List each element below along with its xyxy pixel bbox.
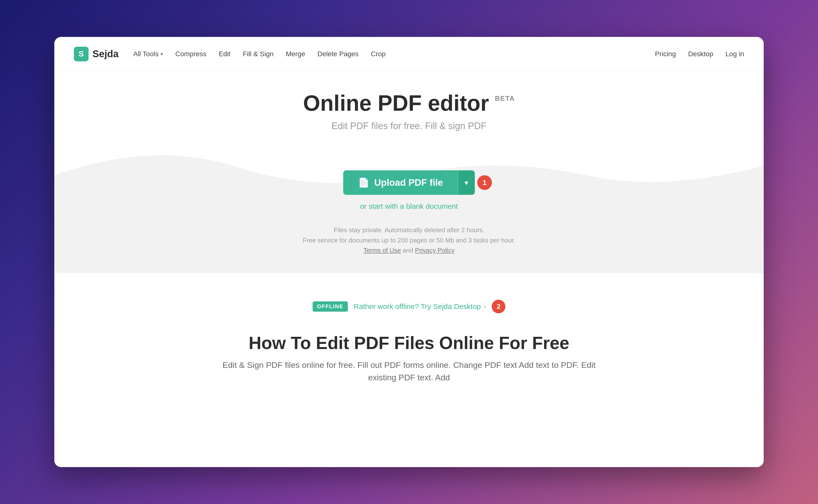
how-to-section: How To Edit PDF Files Online For Free Ed…	[54, 323, 764, 398]
chevron-down-icon: ▾	[160, 51, 163, 57]
blank-document-link[interactable]: or start with a blank document	[360, 202, 458, 210]
upload-section: 📄 Upload PDF file ▾ 1 or start with a bl…	[54, 146, 764, 285]
step-2-badge: 2	[492, 300, 505, 313]
nav-delete-pages[interactable]: Delete Pages	[318, 50, 359, 58]
nav-crop[interactable]: Crop	[371, 50, 386, 58]
privacy-policy-link[interactable]: Privacy Policy	[415, 247, 455, 254]
navbar: S Sejda All Tools ▾ Compress Edit Fill &…	[54, 37, 764, 71]
offline-section: OFFLINE Rather work offline? Try Sejda D…	[54, 285, 764, 323]
browser-window: S Sejda All Tools ▾ Compress Edit Fill &…	[54, 37, 764, 467]
beta-badge: BETA	[495, 95, 515, 102]
privacy-text: Files stay private. Automatically delete…	[303, 225, 515, 256]
nav-links: All Tools ▾ Compress Edit Fill & Sign Me…	[133, 50, 655, 58]
logo-area[interactable]: S Sejda	[74, 47, 119, 61]
sejda-desktop-link[interactable]: Rather work offline? Try Sejda Desktop ›	[354, 302, 486, 311]
nav-all-tools[interactable]: All Tools ▾	[133, 50, 163, 58]
main-content: Online PDF editor BETA Edit PDF files fo…	[54, 71, 764, 467]
how-to-title: How To Edit PDF Files Online For Free	[249, 333, 569, 353]
hero-title: Online PDF editor BETA	[303, 91, 515, 116]
nav-desktop[interactable]: Desktop	[688, 50, 713, 58]
logo-icon: S	[74, 47, 88, 61]
nav-merge[interactable]: Merge	[286, 50, 305, 58]
nav-fill-sign[interactable]: Fill & Sign	[243, 50, 274, 58]
logo-text: Sejda	[92, 48, 119, 59]
nav-edit[interactable]: Edit	[219, 50, 231, 58]
how-to-subtitle: Edit & Sign PDF files online for free. F…	[213, 359, 605, 384]
hero-section: Online PDF editor BETA Edit PDF files fo…	[54, 71, 764, 131]
step-1-badge: 1	[477, 175, 492, 190]
upload-pdf-button[interactable]: 📄 Upload PDF file	[343, 170, 458, 195]
nav-login[interactable]: Log in	[726, 50, 744, 58]
nav-pricing[interactable]: Pricing	[655, 50, 676, 58]
nav-compress[interactable]: Compress	[175, 50, 207, 58]
upload-content: 📄 Upload PDF file ▾ 1 or start with a bl…	[303, 146, 515, 256]
chevron-down-icon: ▾	[464, 178, 468, 187]
pdf-file-icon: 📄	[358, 177, 369, 188]
chevron-right-icon: ›	[484, 303, 486, 310]
upload-dropdown-button[interactable]: ▾	[458, 170, 475, 195]
upload-btn-group: 📄 Upload PDF file ▾ 1	[343, 170, 475, 195]
nav-right: Pricing Desktop Log in	[655, 50, 744, 58]
offline-badge: OFFLINE	[313, 301, 348, 312]
terms-of-use-link[interactable]: Terms of Use	[364, 247, 401, 254]
